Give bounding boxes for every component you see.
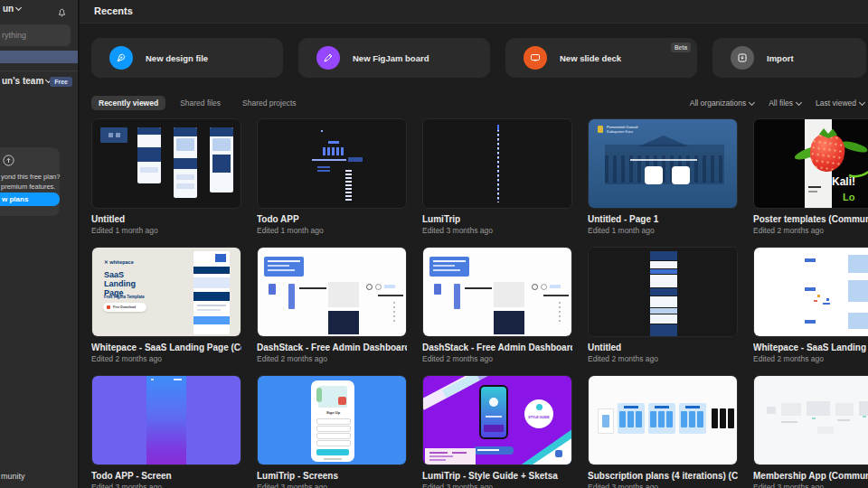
file-card[interactable]: DashStack - Free Admin Dashboard UI Kit …	[257, 247, 407, 363]
file-thumbnail: ✕ whitepaceSaaS Landing PageFree Figma T…	[91, 247, 241, 337]
thumb-text: Kali!	[832, 175, 855, 188]
sidebar-item-explore-community[interactable]: munity	[1, 472, 25, 481]
file-edited-timestamp: Edited 3 months ago	[753, 483, 868, 488]
file-card[interactable]: Sign UpLumiTrip - ScreensEdited 3 months…	[257, 375, 407, 488]
mobile-screens-strip	[650, 251, 677, 334]
phone-screen-strip	[146, 376, 186, 465]
chevron-down-icon	[796, 99, 802, 105]
tabs-row: Recently viewed Shared files Shared proj…	[91, 94, 864, 112]
file-card[interactable]: Subscription plans (4 iterations) (Commu…	[588, 375, 738, 488]
tab-shared-files[interactable]: Shared files	[173, 96, 228, 110]
create-button-label: New slide deck	[560, 53, 621, 63]
filter-sort-last-viewed[interactable]: Last viewed	[816, 99, 864, 108]
file-thumbnail	[91, 375, 241, 465]
page-header: Recents	[80, 0, 868, 23]
file-card[interactable]: UntitledEdited 1 month ago	[91, 118, 241, 235]
file-title: Poster templates (Community)	[753, 214, 868, 224]
file-edited-timestamp: Edited 2 months ago	[257, 354, 407, 363]
file-title: Membership App (Community)	[753, 471, 868, 481]
chevron-down-icon	[859, 99, 865, 105]
file-card[interactable]: STYLE GUIDELumiTrip - Style Guide + Sket…	[422, 375, 572, 488]
thumb-text: Kabupaten Karo	[607, 129, 633, 134]
phone-mockup	[210, 127, 233, 192]
thumb-heading: SaaS Landing Page	[104, 270, 156, 297]
file-title: DashStack - Free Admin Dashboard UI Kit …	[257, 343, 407, 352]
slides-icon	[524, 46, 547, 70]
sidebar-item-recents-selected[interactable]	[0, 51, 78, 63]
create-button-label: New FigJam board	[353, 53, 429, 63]
crest-logo	[598, 126, 603, 133]
file-thumbnail	[257, 247, 407, 337]
file-edited-timestamp: Edited 2 months ago	[422, 354, 572, 363]
plan-group	[618, 403, 645, 434]
file-thumbnail: Kali!Lo	[753, 118, 868, 209]
file-edited-timestamp: Edited 3 months ago	[257, 483, 407, 488]
style-guide-circle: STYLE GUIDE	[524, 399, 553, 428]
free-plan-badge: Free	[50, 77, 72, 87]
account-menu[interactable]: un	[3, 4, 21, 14]
phone-mockup	[137, 127, 161, 183]
upsell-text-line1: yond this free plan?	[1, 173, 60, 181]
file-card[interactable]: DashStack - Free Admin Dashboard UI Kit …	[422, 247, 572, 363]
design-pen-icon	[109, 46, 133, 70]
file-card[interactable]: Kali!LoPoster templates (Community)Edite…	[753, 118, 868, 235]
chevron-down-icon	[749, 99, 755, 105]
upsell-text-line2: premium features.	[1, 183, 55, 191]
dashboard-banner	[429, 257, 469, 277]
file-card[interactable]: Todo APP - ScreenEdited 3 months ago	[91, 375, 241, 488]
tab-shared-projects[interactable]: Shared projects	[235, 96, 304, 110]
notifications-bell-icon[interactable]	[57, 5, 67, 21]
file-card[interactable]: Membership App (Community)Edited 3 month…	[753, 375, 868, 488]
file-edited-timestamp: Edited 1 month ago	[257, 226, 407, 235]
file-thumbnail	[588, 247, 738, 337]
file-edited-timestamp: Edited 1 month ago	[91, 226, 241, 235]
file-title: Whitepace - SaaS Landing Page (Community…	[91, 343, 241, 352]
new-design-file-button[interactable]: New design file	[91, 38, 283, 78]
brand-logo: ✕ whitepace	[104, 259, 134, 265]
tab-recently-viewed[interactable]: Recently viewed	[91, 96, 165, 110]
sidebar-item-team[interactable]: un's team	[2, 76, 51, 86]
file-edited-timestamp: Edited 3 months ago	[588, 483, 738, 488]
file-title: Todo APP	[257, 214, 407, 224]
file-card[interactable]: Whitepace - SaaS Landing Page (Community…	[753, 247, 868, 363]
phone-mockup: Sign Up	[311, 380, 354, 462]
file-edited-timestamp: Edited 3 months ago	[91, 483, 241, 488]
import-icon	[731, 46, 754, 70]
create-button-label: Import	[767, 53, 794, 63]
file-edited-timestamp: Edited 2 months ago	[91, 354, 241, 363]
file-thumbnail	[753, 247, 868, 337]
filter-all-organizations[interactable]: All organizations	[690, 99, 754, 108]
file-card[interactable]: ✕ whitepaceSaaS Landing PageFree Figma T…	[91, 247, 241, 363]
file-title: LumiTrip - Style Guide + Sketsa	[422, 471, 572, 481]
view-plans-button[interactable]: w plans	[0, 192, 60, 206]
thumb-subtext: Free Figma Template	[104, 295, 145, 299]
plan-group	[679, 403, 706, 434]
create-file-row: New design fileNew FigJam boardNew slide…	[91, 38, 866, 78]
new-slide-deck-button[interactable]: New slide deckBeta	[505, 38, 697, 78]
file-card[interactable]: LumiTripEdited 3 months ago	[422, 118, 572, 235]
thumb-text: STYLE GUIDE	[524, 416, 553, 419]
file-card[interactable]: UntitledEdited 2 months ago	[588, 247, 738, 363]
chevron-down-icon	[15, 5, 22, 11]
sidebar: un rything un's team Free yond this free…	[0, 0, 80, 488]
new-figjam-board-button[interactable]: New FigJam board	[298, 38, 490, 78]
team-name: un's team	[2, 76, 43, 86]
file-card[interactable]: Todo APPEdited 1 month ago	[257, 118, 407, 235]
file-edited-timestamp: Edited 1 month ago	[588, 226, 738, 235]
import-button[interactable]: Import	[712, 38, 866, 78]
account-name: un	[3, 4, 14, 14]
filter-all-files[interactable]: All files	[769, 99, 801, 108]
file-edited-timestamp: Edited 3 months ago	[422, 226, 572, 235]
phone-mockup	[174, 127, 197, 198]
file-thumbnail	[422, 247, 572, 337]
file-thumbnail: Sign Up	[257, 375, 407, 465]
thumb-text: Sign Up	[326, 410, 340, 415]
file-thumbnail	[91, 118, 241, 209]
file-thumbnail	[257, 118, 407, 209]
plan-group	[648, 403, 675, 434]
file-title: Untitled	[91, 214, 241, 224]
file-card[interactable]: Pemerintah DaerahKabupaten KaroUntitled …	[588, 118, 738, 235]
search-input[interactable]: rything	[0, 24, 71, 46]
figjam-marker-icon	[316, 46, 340, 70]
file-thumbnail: Pemerintah DaerahKabupaten Karo	[588, 118, 738, 209]
